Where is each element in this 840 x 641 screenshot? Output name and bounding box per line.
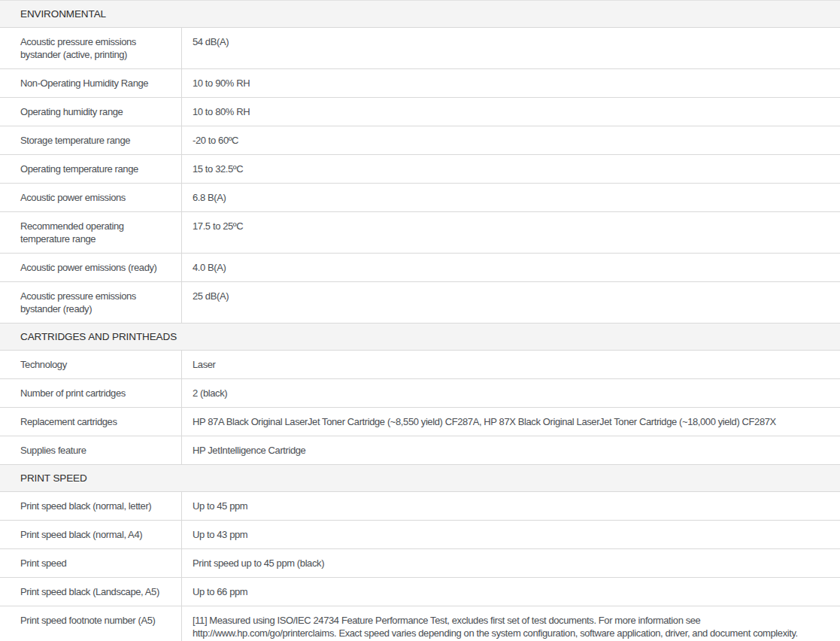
spec-label: Replacement cartridges [0,408,182,436]
spec-row: Print speed black (normal, letter)Up to … [0,492,840,521]
spec-row: Operating humidity range10 to 80% RH [0,98,840,126]
spec-label: Acoustic power emissions (ready) [0,254,182,281]
spec-label: Non-Operating Humidity Range [0,69,182,97]
spec-row: Non-Operating Humidity Range10 to 90% RH [0,69,840,98]
section-title: ENVIRONMENTAL [20,8,106,20]
spec-label: Print speed black (normal, letter) [0,492,182,520]
spec-value: Laser [182,351,840,378]
section-title: CARTRIDGES AND PRINTHEADS [20,331,177,342]
spec-label: Operating humidity range [0,98,182,126]
spec-value: 54 dB(A) [182,28,840,68]
spec-value: Up to 43 ppm [182,521,840,548]
spec-label: Print speed black (Landscape, A5) [0,578,182,606]
spec-value: Up to 66 ppm [182,578,840,606]
spec-label: Supplies feature [0,436,182,464]
spec-value: 10 to 80% RH [182,98,840,126]
spec-value: [11] Measured using ISO/IEC 24734 Featur… [182,606,840,641]
spec-label: Acoustic pressure emissions bystander (a… [0,28,182,68]
spec-value: HP JetIntelligence Cartridge [182,436,840,464]
spec-row: Acoustic power emissions (ready)4.0 B(A) [0,254,840,282]
spec-label: Number of print cartridges [0,379,182,407]
spec-label: Acoustic pressure emissions bystander (r… [0,282,182,323]
spec-row: Acoustic power emissions6.8 B(A) [0,184,840,212]
spec-value: HP 87A Black Original LaserJet Toner Car… [182,408,840,436]
section-header: CARTRIDGES AND PRINTHEADS [0,324,840,351]
spec-value: 4.0 B(A) [182,254,840,281]
spec-table: ENVIRONMENTALAcoustic pressure emissions… [0,0,840,641]
spec-value: 17.5 to 25ºC [182,212,840,253]
spec-label: Print speed footnote number (A5) [0,606,182,641]
spec-value: -20 to 60ºC [182,126,840,154]
section-title: PRINT SPEED [20,472,87,484]
spec-label: Acoustic power emissions [0,184,182,211]
spec-value: Print speed up to 45 ppm (black) [182,549,840,577]
spec-value: 6.8 B(A) [182,184,840,211]
spec-label: Print speed black (normal, A4) [0,521,182,548]
spec-row: Storage temperature range-20 to 60ºC [0,126,840,155]
spec-row: Number of print cartridges2 (black) [0,379,840,408]
spec-row: TechnologyLaser [0,351,840,379]
spec-value: 15 to 32.5ºC [182,155,840,183]
spec-row: Print speed footnote number (A5)[11] Mea… [0,606,840,641]
spec-row: Print speed black (Landscape, A5)Up to 6… [0,578,840,606]
spec-label: Technology [0,351,182,378]
spec-row: Recommended operating temperature range1… [0,212,840,254]
section-header: ENVIRONMENTAL [0,1,840,28]
spec-row: Print speedPrint speed up to 45 ppm (bla… [0,549,840,578]
spec-row: Operating temperature range15 to 32.5ºC [0,155,840,184]
spec-label: Operating temperature range [0,155,182,183]
section-header: PRINT SPEED [0,465,840,492]
spec-value: 2 (black) [182,379,840,407]
spec-label: Recommended operating temperature range [0,212,182,253]
spec-row: Replacement cartridgesHP 87A Black Origi… [0,408,840,436]
spec-row: Supplies featureHP JetIntelligence Cartr… [0,436,840,465]
spec-value: 25 dB(A) [182,282,840,323]
spec-label: Print speed [0,549,182,577]
spec-value: 10 to 90% RH [182,69,840,97]
spec-row: Print speed black (normal, A4)Up to 43 p… [0,521,840,549]
spec-row: Acoustic pressure emissions bystander (r… [0,282,840,324]
spec-value: Up to 45 ppm [182,492,840,520]
spec-row: Acoustic pressure emissions bystander (a… [0,28,840,69]
spec-label: Storage temperature range [0,126,182,154]
